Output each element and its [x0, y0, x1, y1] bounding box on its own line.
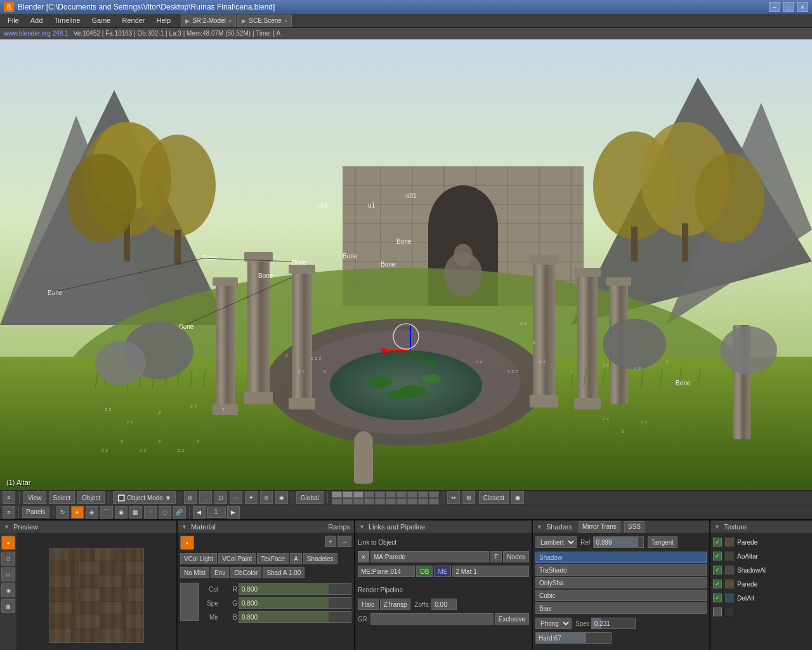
- cube-icon[interactable]: ◻: [1, 552, 15, 566]
- onlysha-btn[interactable]: OnlySha: [535, 577, 707, 588]
- b-value-bar[interactable]: 0.800: [239, 611, 351, 623]
- ob-btn[interactable]: OB: [416, 566, 433, 577]
- transform-icon[interactable]: ↔: [230, 491, 242, 504]
- layer-6[interactable]: [386, 491, 396, 498]
- tex-check-3[interactable]: ✓: [713, 580, 722, 588]
- blender-website-link[interactable]: www.blender.org 248.1: [4, 30, 69, 37]
- material-preview-icon[interactable]: ◉: [1, 583, 15, 597]
- a-btn[interactable]: A: [290, 553, 302, 564]
- headphone-icon[interactable]: 🎧: [199, 491, 212, 504]
- layer-7[interactable]: [396, 491, 407, 498]
- layer-14[interactable]: [364, 498, 374, 505]
- layer-10[interactable]: [429, 491, 439, 498]
- maximize-button[interactable]: □: [783, 2, 794, 12]
- tangent-btn[interactable]: Tangent: [648, 536, 678, 548]
- menu-file[interactable]: File: [3, 15, 24, 25]
- layer-13[interactable]: [353, 498, 363, 505]
- mat-arrow-btn[interactable]: →: [337, 536, 351, 547]
- render-icon[interactable]: ▣: [511, 491, 524, 504]
- layer-3[interactable]: [353, 491, 363, 498]
- me-btn[interactable]: ME: [434, 566, 451, 577]
- lambert-select[interactable]: Lambert: [535, 536, 577, 548]
- props-texture-icon[interactable]: ▦: [129, 506, 142, 519]
- ramps-btn[interactable]: Ramps: [328, 523, 350, 531]
- zoffs-value[interactable]: 0.00: [431, 599, 457, 610]
- layer-9[interactable]: [418, 491, 428, 498]
- viewport-3d[interactable]: Bone Bone Bone Bone Bone Bone Bone Bone …: [0, 39, 812, 490]
- tex-check-2[interactable]: ✓: [713, 566, 722, 574]
- grid-icon[interactable]: ⊡: [214, 491, 227, 504]
- sss-btn[interactable]: SSS: [624, 521, 645, 533]
- g-value-bar[interactable]: 0.800: [239, 597, 351, 609]
- ztransp-btn[interactable]: ZTransp: [380, 599, 411, 610]
- layer-icon[interactable]: ⊞: [184, 491, 197, 504]
- layer-1[interactable]: [332, 491, 342, 498]
- phong-select[interactable]: Phong: [535, 618, 572, 629]
- close-button[interactable]: ×: [797, 2, 808, 12]
- snap-icon[interactable]: ✦: [245, 491, 258, 504]
- tex-check-5[interactable]: [713, 607, 722, 616]
- mat-plus-btn[interactable]: +: [325, 536, 336, 547]
- color-swatch-main[interactable]: [180, 583, 199, 621]
- menu-render[interactable]: Render: [117, 15, 150, 25]
- view-icon2[interactable]: ◉: [275, 491, 288, 504]
- bias-btn[interactable]: Bias: [535, 602, 707, 614]
- nodes-btn[interactable]: Nodes: [503, 551, 529, 562]
- trashado-btn[interactable]: TraShado: [535, 564, 707, 576]
- layer-8[interactable]: [407, 491, 417, 498]
- menu-timeline[interactable]: Timeline: [49, 15, 85, 25]
- object-menu[interactable]: Object: [77, 491, 105, 504]
- select-menu[interactable]: Select: [49, 491, 75, 504]
- prev-frame-icon[interactable]: ◀: [193, 506, 206, 519]
- vcol-paint-btn[interactable]: VCol Paint: [218, 553, 256, 564]
- cursor-icon[interactable]: ⊕: [260, 491, 273, 504]
- shad-a-btn[interactable]: Shad A 1.00: [263, 567, 304, 578]
- material-sphere-icon[interactable]: ●: [180, 536, 194, 550]
- tab-model-close[interactable]: ×: [228, 18, 232, 24]
- lock-icon[interactable]: ⊠: [462, 491, 475, 504]
- props-refresh-icon[interactable]: ↻: [56, 506, 69, 519]
- layer-4[interactable]: [364, 491, 374, 498]
- tab-scene[interactable]: ▶ SCE:Scene ×: [237, 15, 292, 27]
- layer-16[interactable]: [386, 498, 396, 505]
- tab-model[interactable]: ▶ SR:2-Model ×: [181, 15, 236, 27]
- props-material-icon[interactable]: ◉: [115, 506, 128, 519]
- props-curve-icon[interactable]: ⌒: [100, 506, 113, 519]
- obcolor-btn[interactable]: ObColor: [230, 567, 261, 578]
- layer-18[interactable]: [407, 498, 417, 505]
- layer-20[interactable]: [429, 498, 439, 505]
- shadow-btn[interactable]: Shadow: [535, 552, 707, 563]
- tab-scene-close[interactable]: ×: [284, 18, 287, 24]
- viewport-menu-icon[interactable]: ≡: [3, 491, 15, 504]
- material-name-input[interactable]: MA:Parede: [370, 551, 489, 562]
- ref-slider[interactable]: 0.899: [593, 536, 644, 548]
- view-menu[interactable]: View: [23, 491, 46, 504]
- mesh-name-input[interactable]: ME:Plane.014: [358, 566, 415, 577]
- layer-11[interactable]: [332, 498, 342, 505]
- props-sphere-icon[interactable]: ●: [71, 506, 84, 519]
- sphere-icon[interactable]: ●: [1, 536, 15, 550]
- props-menu-icon[interactable]: ≡: [3, 506, 15, 519]
- object-mode-selector[interactable]: 🔳 Object Mode ▼: [113, 491, 176, 504]
- panels-btn[interactable]: Panels: [22, 507, 49, 518]
- props-physics-icon[interactable]: ◌: [159, 506, 171, 519]
- gr-input[interactable]: [370, 613, 494, 625]
- transform-icon2[interactable]: ⇔: [447, 491, 460, 504]
- closest-btn[interactable]: Closest: [479, 491, 509, 504]
- tex-check-4[interactable]: ✓: [713, 594, 722, 602]
- mirror-trans-btn[interactable]: Mirror Trans: [579, 521, 620, 533]
- plane-icon[interactable]: ▭: [1, 567, 15, 581]
- menu-help[interactable]: Help: [152, 15, 176, 25]
- props-constraints-icon[interactable]: 🔗: [173, 506, 186, 519]
- menu-add[interactable]: Add: [25, 15, 48, 25]
- tex-check-0[interactable]: ✓: [713, 538, 722, 547]
- layer-15[interactable]: [375, 498, 385, 505]
- texface-btn[interactable]: TexFace: [257, 553, 289, 564]
- tex-check-1[interactable]: ✓: [713, 552, 722, 560]
- vcol-light-btn[interactable]: VCol Light: [180, 553, 217, 564]
- menu-game[interactable]: Game: [86, 15, 115, 25]
- texture-preview-icon[interactable]: ▦: [1, 599, 15, 613]
- no-mist-btn[interactable]: No Mist: [180, 567, 209, 578]
- spec-slider[interactable]: 0.231: [591, 618, 636, 629]
- shadeles-btn[interactable]: Shadeles: [303, 553, 337, 564]
